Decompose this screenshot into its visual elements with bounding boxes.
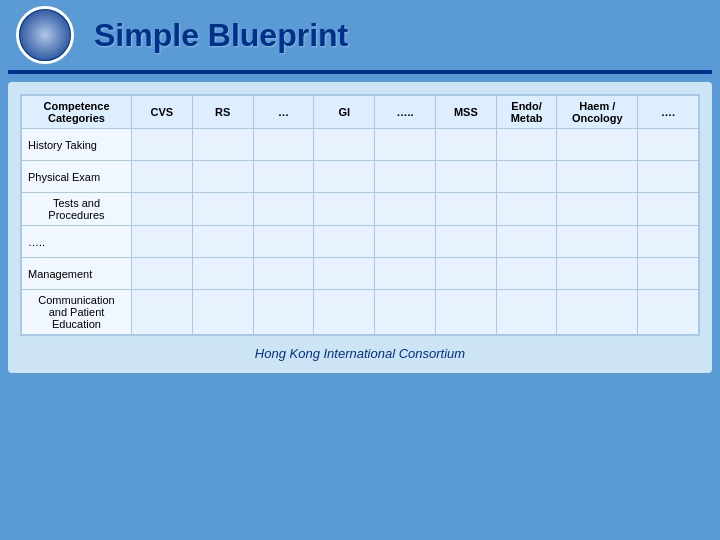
- cell: [435, 193, 496, 226]
- cell: [557, 290, 638, 335]
- main-content: CompetenceCategories CVS RS … GI ….. MSS…: [8, 82, 712, 373]
- cell: [314, 226, 375, 258]
- table-header-row: CompetenceCategories CVS RS … GI ….. MSS…: [22, 96, 699, 129]
- row-label-dots: …..: [22, 226, 132, 258]
- cell: [638, 258, 699, 290]
- blueprint-table-wrapper: CompetenceCategories CVS RS … GI ….. MSS…: [20, 94, 700, 336]
- table-row: …..: [22, 226, 699, 258]
- col-header-haem: Haem /Oncology: [557, 96, 638, 129]
- table-row: History Taking: [22, 129, 699, 161]
- row-label-history: History Taking: [22, 129, 132, 161]
- cell: [496, 258, 557, 290]
- table-row: Management: [22, 258, 699, 290]
- col-header-ellipsis2: …..: [375, 96, 436, 129]
- cell: [375, 193, 436, 226]
- cell: [314, 129, 375, 161]
- col-header-category: CompetenceCategories: [22, 96, 132, 129]
- table-row: Tests andProcedures: [22, 193, 699, 226]
- row-label-communication: Communicationand PatientEducation: [22, 290, 132, 335]
- cell: [132, 258, 193, 290]
- cell: [496, 193, 557, 226]
- cell: [435, 129, 496, 161]
- cell: [557, 193, 638, 226]
- blueprint-table: CompetenceCategories CVS RS … GI ….. MSS…: [21, 95, 699, 335]
- cell: [638, 193, 699, 226]
- table-row: Communicationand PatientEducation: [22, 290, 699, 335]
- cell: [192, 193, 253, 226]
- logo: [16, 6, 74, 64]
- cell: [435, 161, 496, 193]
- cell: [375, 258, 436, 290]
- cell: [496, 290, 557, 335]
- row-label-tests: Tests andProcedures: [22, 193, 132, 226]
- cell: [435, 258, 496, 290]
- cell: [253, 258, 314, 290]
- footer-label: Hong Kong International Consortium: [255, 346, 465, 361]
- col-header-cvs: CVS: [132, 96, 193, 129]
- cell: [253, 193, 314, 226]
- row-label-physical: Physical Exam: [22, 161, 132, 193]
- col-header-gi: GI: [314, 96, 375, 129]
- cell: [314, 290, 375, 335]
- col-header-rs: RS: [192, 96, 253, 129]
- cell: [192, 290, 253, 335]
- cell: [557, 226, 638, 258]
- cell: [314, 161, 375, 193]
- cell: [435, 290, 496, 335]
- cell: [496, 226, 557, 258]
- cell: [132, 226, 193, 258]
- cell: [557, 258, 638, 290]
- cell: [375, 226, 436, 258]
- cell: [557, 129, 638, 161]
- cell: [253, 161, 314, 193]
- cell: [132, 129, 193, 161]
- cell: [132, 193, 193, 226]
- cell: [375, 290, 436, 335]
- footer-text: Hong Kong International Consortium: [20, 346, 700, 361]
- cell: [314, 193, 375, 226]
- row-label-management: Management: [22, 258, 132, 290]
- cell: [253, 129, 314, 161]
- cell: [192, 161, 253, 193]
- cell: [557, 161, 638, 193]
- cell: [253, 226, 314, 258]
- col-header-mss: MSS: [435, 96, 496, 129]
- cell: [192, 129, 253, 161]
- col-header-ellipsis3: ….: [638, 96, 699, 129]
- cell: [638, 161, 699, 193]
- col-header-ellipsis1: …: [253, 96, 314, 129]
- cell: [132, 290, 193, 335]
- cell: [375, 129, 436, 161]
- cell: [132, 161, 193, 193]
- table-row: Physical Exam: [22, 161, 699, 193]
- cell: [375, 161, 436, 193]
- page-title: Simple Blueprint: [94, 17, 348, 54]
- col-header-endo: Endo/Metab: [496, 96, 557, 129]
- cell: [314, 258, 375, 290]
- cell: [638, 129, 699, 161]
- cell: [192, 226, 253, 258]
- cell: [638, 226, 699, 258]
- cell: [192, 258, 253, 290]
- cell: [435, 226, 496, 258]
- cell: [638, 290, 699, 335]
- cell: [253, 290, 314, 335]
- header: Simple Blueprint: [0, 0, 720, 70]
- cell: [496, 161, 557, 193]
- cell: [496, 129, 557, 161]
- header-divider: [8, 70, 712, 74]
